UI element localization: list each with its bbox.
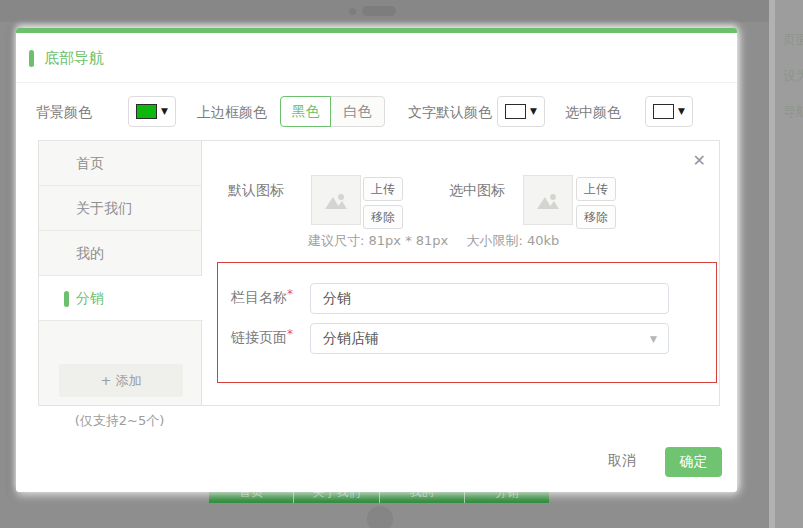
column-name-input[interactable]	[310, 283, 669, 314]
text-default-color-picker[interactable]: ▼	[497, 96, 545, 127]
selected-icon-placeholder[interactable]	[523, 175, 573, 225]
selected-icon-label: 选中图标	[449, 182, 505, 200]
chevron-down-icon: ▼	[530, 107, 537, 116]
sidebar-tab-mine[interactable]: 我的	[39, 231, 201, 276]
size-hint-limit: 大小限制: 40kb	[466, 233, 559, 248]
modal-header: 底部导航	[16, 33, 737, 83]
selected-icon-upload-button[interactable]: 上传	[576, 177, 616, 201]
column-name-label-text: 栏目名称	[231, 289, 287, 305]
tab-limit-note: (仅支持2~5个)	[38, 412, 201, 430]
background-color-swatch	[136, 104, 157, 119]
link-page-select[interactable]: 分销店铺 ▼	[310, 323, 669, 354]
column-name-label: 栏目名称*	[231, 287, 293, 307]
bottom-nav-modal: 底部导航 背景颜色 ▼ 上边框颜色 黑色 白色 文字默认颜色 ▼ 选中颜色 ▼ …	[16, 28, 737, 492]
selected-icon-remove-button[interactable]: 移除	[576, 205, 616, 229]
chevron-down-icon: ▼	[161, 107, 168, 116]
nav-item-panel: 首页 关于我们 我的 分销 + 添加 ✕ 默认图标 上传 移除	[38, 140, 720, 406]
link-page-selected-value: 分销店铺	[323, 330, 379, 348]
backdrop-top-band	[0, 0, 803, 22]
selected-color-swatch	[653, 104, 674, 119]
default-icon-remove-button[interactable]: 移除	[363, 205, 403, 229]
text-default-color-label: 文字默认颜色	[408, 104, 492, 122]
sidebar-tab-distribution[interactable]: 分销	[39, 276, 203, 321]
backdrop-pill	[362, 6, 396, 16]
text-default-color-swatch	[505, 104, 526, 119]
sidebar-tab-label: 分销	[76, 290, 104, 306]
required-asterisk: *	[287, 327, 293, 341]
confirm-button[interactable]: 确定	[665, 447, 722, 477]
border-black-button[interactable]: 黑色	[280, 96, 331, 127]
nav-tabs-sidebar: 首页 关于我们 我的 分销 + 添加	[39, 141, 202, 405]
default-icon-label: 默认图标	[228, 182, 284, 200]
default-icon-upload-button[interactable]: 上传	[363, 177, 403, 201]
backdrop-menu-item: 页面	[783, 31, 803, 49]
backdrop-dot	[349, 8, 356, 15]
background-color-picker[interactable]: ▼	[128, 96, 176, 127]
sidebar-tab-about[interactable]: 关于我们	[39, 186, 201, 231]
image-placeholder-icon	[323, 189, 349, 211]
required-asterisk: *	[287, 287, 293, 301]
selected-color-label: 选中颜色	[565, 104, 621, 122]
cancel-button[interactable]: 取消	[608, 452, 636, 470]
backdrop-circle	[367, 506, 393, 528]
image-placeholder-icon	[535, 189, 561, 211]
link-page-label: 链接页面*	[231, 327, 293, 347]
link-page-label-text: 链接页面	[231, 329, 287, 345]
sidebar-tab-home[interactable]: 首页	[39, 141, 201, 186]
page-title: 底部导航	[44, 49, 104, 68]
highlighted-fields-box: 栏目名称* 链接页面* 分销店铺 ▼	[217, 262, 717, 383]
resize-grip[interactable]	[727, 482, 736, 491]
chevron-down-icon: ▼	[650, 334, 657, 344]
default-icon-placeholder[interactable]	[311, 175, 361, 225]
selected-color-picker[interactable]: ▼	[645, 96, 693, 127]
backdrop-menu-item: 设为	[783, 67, 803, 85]
add-tab-button[interactable]: + 添加	[59, 364, 183, 397]
close-icon[interactable]: ✕	[693, 153, 706, 169]
chevron-down-icon: ▼	[678, 107, 685, 116]
tab-content: ✕ 默认图标 上传 移除 选中图标	[203, 141, 719, 405]
top-border-color-label: 上边框颜色	[197, 104, 267, 122]
background-color-label: 背景颜色	[36, 104, 92, 122]
backdrop-menu-item: 导航	[783, 103, 803, 121]
size-hint: 建议尺寸: 81px * 81px 大小限制: 40kb	[308, 232, 559, 250]
backdrop-right-menu: 页面 设为 导航	[775, 0, 803, 528]
title-accent-bar	[29, 50, 34, 67]
size-hint-dimensions: 建议尺寸: 81px * 81px	[308, 233, 448, 248]
border-white-button[interactable]: 白色	[330, 96, 385, 127]
selected-tab-accent-bar	[64, 291, 69, 307]
